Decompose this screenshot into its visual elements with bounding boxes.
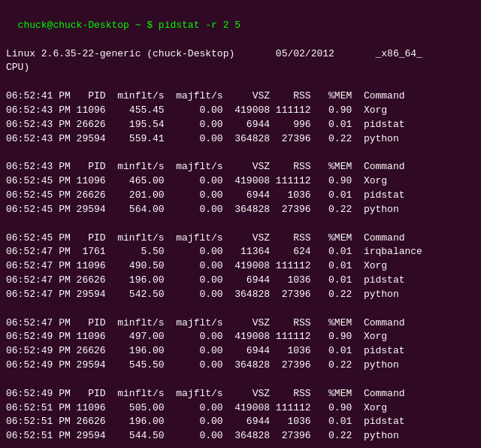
terminal-line: 06:52:43 PM 29594 559.41 0.00 364828 273… xyxy=(6,133,399,144)
terminal-line: 06:52:47 PM 29594 542.50 0.00 364828 273… xyxy=(6,289,399,300)
terminal-line: 06:52:43 PM PID minflt/s majflt/s VSZ RS… xyxy=(6,161,405,172)
terminal-line: 06:52:51 PM 26626 196.00 0.00 6944 1036 … xyxy=(6,416,405,427)
terminal-line: 06:52:49 PM 26626 196.00 0.00 6944 1036 … xyxy=(6,345,405,356)
terminal-output: chuck@chuck-Desktop ~ $ pidstat -r 2 5 L… xyxy=(6,5,475,448)
terminal-line: 06:52:49 PM 11096 497.00 0.00 419008 111… xyxy=(6,331,387,342)
terminal-line: 06:52:45 PM 29594 564.00 0.00 364828 273… xyxy=(6,204,399,215)
terminal-line: 06:52:49 PM 29594 545.50 0.00 364828 273… xyxy=(6,359,399,371)
prompt-line: chuck@chuck-Desktop ~ $ pidstat -r 2 5 xyxy=(18,20,240,31)
terminal-line: CPU) xyxy=(6,62,29,73)
terminal-line: 06:52:49 PM PID minflt/s majflt/s VSZ RS… xyxy=(6,388,405,399)
terminal-line: 06:52:43 PM 26626 195.54 0.00 6944 996 0… xyxy=(6,119,405,130)
terminal-line: 06:52:41 PM PID minflt/s majflt/s VSZ RS… xyxy=(6,90,405,101)
terminal-line: 06:52:45 PM PID minflt/s majflt/s VSZ RS… xyxy=(6,232,405,244)
terminal-line: 06:52:45 PM 26626 201.00 0.00 6944 1036 … xyxy=(6,189,405,201)
terminal-line: 06:52:45 PM 11096 465.00 0.00 419008 111… xyxy=(6,175,387,186)
terminal-line: 06:52:51 PM 29594 544.50 0.00 364828 273… xyxy=(6,430,399,441)
terminal-line: Linux 2.6.35-22-generic (chuck-Desktop) … xyxy=(6,48,422,59)
terminal-line: 06:52:43 PM 11096 455.45 0.00 419008 111… xyxy=(6,104,387,116)
terminal-line: 06:52:47 PM 26626 196.00 0.00 6944 1036 … xyxy=(6,274,405,286)
terminal-line: 06:52:47 PM 1761 5.50 0.00 11364 624 0.0… xyxy=(6,246,422,257)
terminal-line: 06:52:47 PM PID minflt/s majflt/s VSZ RS… xyxy=(6,317,405,328)
terminal-line: 06:52:51 PM 11096 505.00 0.00 419008 111… xyxy=(6,402,387,413)
terminal-line: 06:52:47 PM 11096 490.50 0.00 419008 111… xyxy=(6,260,387,271)
